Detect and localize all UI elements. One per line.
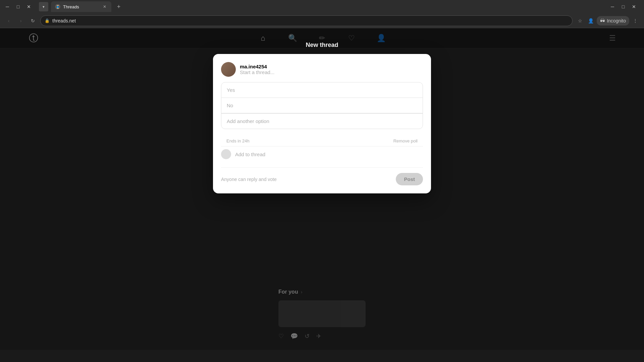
win-restore[interactable]: □ [619,2,628,11]
modal-header: ma.ine4254 Start a thread... [221,62,423,77]
maximize-button[interactable]: □ [13,2,23,11]
reply-info-text: Anyone can reply and vote [221,177,277,182]
browser-tab-active[interactable]: 🧵 Threads ✕ [51,1,111,12]
modal-title: New thread [306,42,338,49]
window-controls: ─ □ ✕ [3,2,34,11]
post-action-icons: ♡ 💬 ↺ ✈ [278,333,321,340]
forward-button[interactable]: › [16,16,25,25]
title-bar: ─ □ ✕ ▾ 🧵 Threads ✕ + ─ □ ✕ [0,0,644,13]
ends-in-label: Ends in 24h [226,138,250,143]
lock-icon: 🔒 [45,18,50,23]
tab-title: Threads [63,4,99,9]
address-bar[interactable]: 🔒 threads.net [40,15,573,26]
thread-placeholder: Start a thread... [240,69,274,75]
remove-poll-button[interactable]: Remove poll [393,138,418,143]
tab-close-button[interactable]: ✕ [102,4,107,9]
new-thread-modal: ma.ine4254 Start a thread... Yes No Add … [213,54,431,193]
close-button[interactable]: ✕ [24,2,34,11]
post-button[interactable]: Post [396,173,423,185]
modal-footer: Anyone can reply and vote Post [221,167,423,185]
share-icon[interactable]: ✈ [316,333,321,340]
url-display: threads.net [52,18,568,23]
incognito-badge: 🕶 Incognito [597,16,629,25]
address-bar-row: ‹ › ↻ 🔒 threads.net ☆ 👤 🕶 Incognito ⋮ [0,13,644,28]
repost-icon[interactable]: ↺ [305,333,310,340]
menu-button[interactable]: ⋮ [631,16,640,25]
for-you-label: For you [278,289,298,295]
small-avatar [221,149,231,159]
tab-group-button[interactable]: ▾ [39,2,48,11]
poll-option-2[interactable]: No [221,98,423,113]
for-you-arrow: › [301,289,303,295]
bottom-content: For you › ♡ 💬 ↺ ✈ [278,289,366,340]
username-display: ma.ine4254 [240,64,274,69]
tab-favicon: 🧵 [55,4,60,9]
win-close[interactable]: ✕ [629,2,639,11]
win-minimize[interactable]: ─ [608,2,617,11]
poll-section: Yes No Add another option [221,82,423,129]
add-option-button[interactable]: Add another option [221,113,423,129]
incognito-label: Incognito [607,18,626,23]
profile-button[interactable]: 👤 [586,16,595,25]
address-actions: ☆ 👤 🕶 Incognito ⋮ [575,16,640,25]
like-icon[interactable]: ♡ [278,333,284,340]
comment-icon[interactable]: 💬 [290,333,298,340]
add-thread-row: Add to thread [221,146,423,162]
back-button[interactable]: ‹ [4,16,13,25]
window-buttons-right: ─ □ ✕ [608,2,639,11]
incognito-icon: 🕶 [600,18,605,23]
post-image-bg [278,300,366,327]
user-avatar [221,62,236,77]
poll-footer: Ends in 24h Remove poll [221,134,423,143]
reload-button[interactable]: ↻ [28,16,38,25]
user-info: ma.ine4254 Start a thread... [240,62,274,77]
browser-chrome: ─ □ ✕ ▾ 🧵 Threads ✕ + ─ □ ✕ ‹ › ↻ 🔒 thre… [0,0,644,28]
new-tab-button[interactable]: + [114,2,123,11]
page-content: ⓣ ⌂ 🔍 ✏ ♡ 👤 ☰ New thread ma.ine4254 [0,28,644,350]
avatar-image [221,62,236,77]
poll-option-1[interactable]: Yes [221,82,423,98]
add-thread-placeholder: Add to thread [235,152,265,157]
bookmark-button[interactable]: ☆ [575,16,585,25]
minimize-button[interactable]: ─ [3,2,12,11]
